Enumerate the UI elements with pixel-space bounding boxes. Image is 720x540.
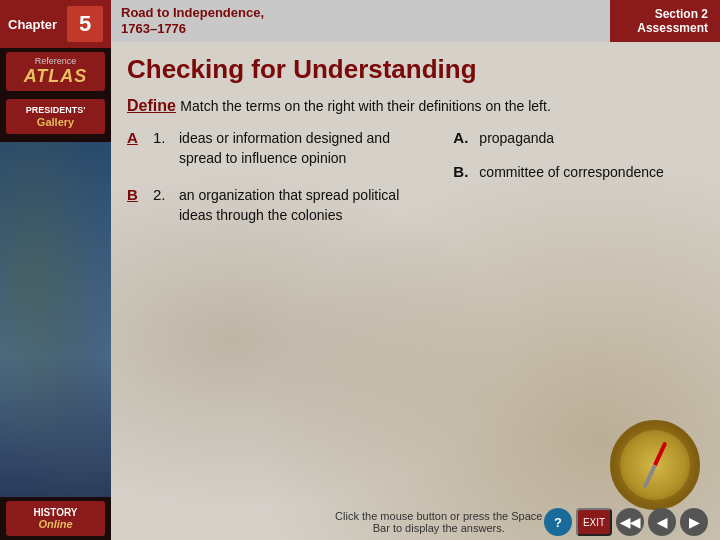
chapter-number: 5 (67, 6, 103, 42)
prev-button[interactable]: ◀ (648, 508, 676, 536)
presidents-gallery-label: Gallery (37, 116, 74, 128)
define-section: Define Match the terms on the right with… (127, 97, 704, 115)
item-1-text: ideas or information designed and spread… (179, 129, 433, 168)
history-label: HISTORY (34, 507, 78, 518)
item-row-1: A 1. ideas or information designed and s… (127, 129, 433, 168)
sidebar-map (0, 142, 111, 497)
item-1-number: 1. (153, 129, 173, 146)
answer-item-2: B. committee of correspondence (453, 163, 704, 183)
content-area: Checking for Understanding Define Match … (111, 42, 720, 540)
item-2-letter: B (127, 186, 147, 203)
right-column: A. propaganda B. committee of correspond… (453, 129, 704, 243)
top-header: Road to Independence, 1763–1776 Section … (111, 0, 720, 42)
main-panel: Road to Independence, 1763–1776 Section … (111, 0, 720, 540)
atlas-title: ATLAS (24, 66, 88, 87)
define-word: Define (127, 97, 176, 114)
bottom-buttons: ? EXIT ◀◀ ◀ ▶ (544, 508, 708, 536)
help-button[interactable]: ? (544, 508, 572, 536)
content-inner: Checking for Understanding Define Match … (111, 42, 720, 504)
click-instruction: Click the mouse button or press the Spac… (334, 510, 545, 534)
left-column: A 1. ideas or information designed and s… (127, 129, 433, 243)
bottom-bar: Click the mouse button or press the Spac… (111, 504, 720, 540)
header-section: Section 2 Assessment (610, 0, 720, 42)
answer-1-letter: A. (453, 129, 473, 146)
header-title-area: Road to Independence, 1763–1776 (111, 0, 610, 42)
exit-button[interactable]: EXIT (576, 508, 612, 536)
item-1-letter: A (127, 129, 147, 146)
item-2-number: 2. (153, 186, 173, 203)
prev-prev-button[interactable]: ◀◀ (616, 508, 644, 536)
define-intro: Match the terms on the right with their … (180, 98, 550, 114)
item-row-2: B 2. an organization that spread politic… (127, 186, 433, 225)
answer-2-text: committee of correspondence (479, 163, 663, 183)
item-2-text: an organization that spread political id… (179, 186, 433, 225)
answer-item-1: A. propaganda (453, 129, 704, 149)
header-road-line1: Road to Independence, (121, 5, 600, 21)
map-overlay (0, 142, 111, 497)
answer-2-letter: B. (453, 163, 473, 180)
history-section[interactable]: HISTORY Online (6, 501, 105, 536)
presidents-section[interactable]: PRESIDENTS' Gallery (6, 99, 105, 134)
header-section-line2: Assessment (622, 21, 708, 35)
atlas-reference-label: Reference (35, 56, 77, 66)
presidents-label: PRESIDENTS' (26, 105, 86, 116)
header-road-line2: 1763–1776 (121, 21, 600, 37)
two-column-layout: A 1. ideas or information designed and s… (127, 129, 704, 243)
history-online-label: Online (38, 518, 72, 530)
answer-1-text: propaganda (479, 129, 554, 149)
atlas-section[interactable]: Reference ATLAS (6, 52, 105, 91)
chapter-bar: Chapter 5 (0, 0, 111, 48)
chapter-label: Chapter (8, 17, 57, 32)
next-button[interactable]: ▶ (680, 508, 708, 536)
page-title: Checking for Understanding (127, 54, 704, 85)
sidebar: Chapter 5 Reference ATLAS PRESIDENTS' Ga… (0, 0, 111, 540)
header-section-line1: Section 2 (622, 7, 708, 21)
